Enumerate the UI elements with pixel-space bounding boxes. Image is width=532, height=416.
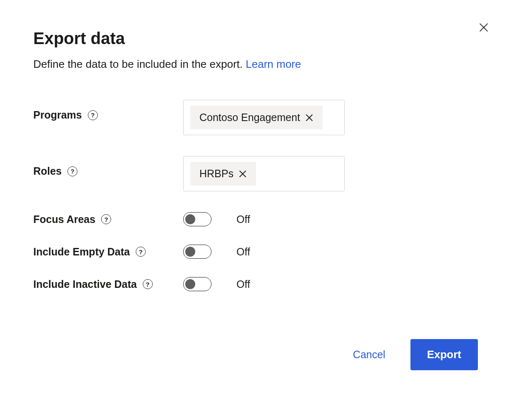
programs-label: Programs	[33, 109, 82, 121]
tag-label: Contoso Engagement	[199, 111, 300, 124]
subtitle-text: Define the data to be included in the ex…	[33, 58, 246, 70]
include-inactive-toggle[interactable]	[183, 277, 211, 291]
dialog-subtitle: Define the data to be included in the ex…	[33, 58, 499, 71]
toggle-knob	[185, 247, 195, 257]
roles-label: Roles	[33, 165, 62, 177]
learn-more-link[interactable]: Learn more	[246, 58, 301, 70]
include-empty-toggle[interactable]	[183, 245, 211, 259]
programs-label-group: Programs ?	[33, 100, 183, 121]
close-icon	[478, 22, 490, 33]
focus-areas-label: Focus Areas	[33, 213, 95, 225]
tag-label: HRBPs	[199, 168, 234, 180]
include-empty-row: Include Empty Data ? Off	[33, 245, 499, 259]
toggle-knob	[185, 214, 195, 224]
cancel-button[interactable]: Cancel	[345, 344, 394, 365]
include-inactive-label-group: Include Inactive Data ?	[33, 278, 183, 290]
help-icon[interactable]: ?	[143, 279, 153, 289]
programs-input[interactable]: Contoso Engagement	[183, 100, 345, 135]
help-icon[interactable]: ?	[101, 214, 111, 224]
tag-remove-button[interactable]	[239, 170, 247, 178]
focus-areas-row: Focus Areas ? Off	[33, 212, 499, 226]
include-empty-label-group: Include Empty Data ?	[33, 246, 183, 258]
export-button[interactable]: Export	[410, 339, 478, 370]
include-empty-label: Include Empty Data	[33, 246, 130, 258]
close-icon	[239, 170, 247, 178]
include-empty-state: Off	[236, 246, 250, 258]
focus-areas-toggle-group: Off	[183, 212, 250, 226]
help-icon[interactable]: ?	[67, 166, 77, 176]
close-icon	[305, 114, 313, 122]
focus-areas-label-group: Focus Areas ?	[33, 213, 183, 225]
help-icon[interactable]: ?	[88, 110, 98, 120]
dialog-title: Export data	[33, 29, 499, 48]
toggle-knob	[185, 279, 195, 289]
focus-areas-state: Off	[236, 213, 250, 225]
export-dialog: Export data Define the data to be includ…	[0, 0, 532, 416]
focus-areas-toggle[interactable]	[183, 212, 211, 226]
include-inactive-row: Include Inactive Data ? Off	[33, 277, 499, 291]
tag-remove-button[interactable]	[305, 114, 313, 122]
help-icon[interactable]: ?	[136, 247, 146, 257]
include-inactive-state: Off	[236, 278, 250, 290]
program-tag: Contoso Engagement	[190, 106, 323, 129]
roles-input[interactable]: HRBPs	[183, 156, 345, 191]
dialog-actions: Cancel Export	[345, 339, 478, 370]
close-button[interactable]	[477, 21, 490, 34]
include-empty-toggle-group: Off	[183, 245, 250, 259]
role-tag: HRBPs	[190, 162, 256, 186]
include-inactive-toggle-group: Off	[183, 277, 250, 291]
programs-row: Programs ? Contoso Engagement	[33, 100, 499, 135]
include-inactive-label: Include Inactive Data	[33, 278, 137, 290]
roles-label-group: Roles ?	[33, 156, 183, 177]
roles-row: Roles ? HRBPs	[33, 156, 499, 191]
